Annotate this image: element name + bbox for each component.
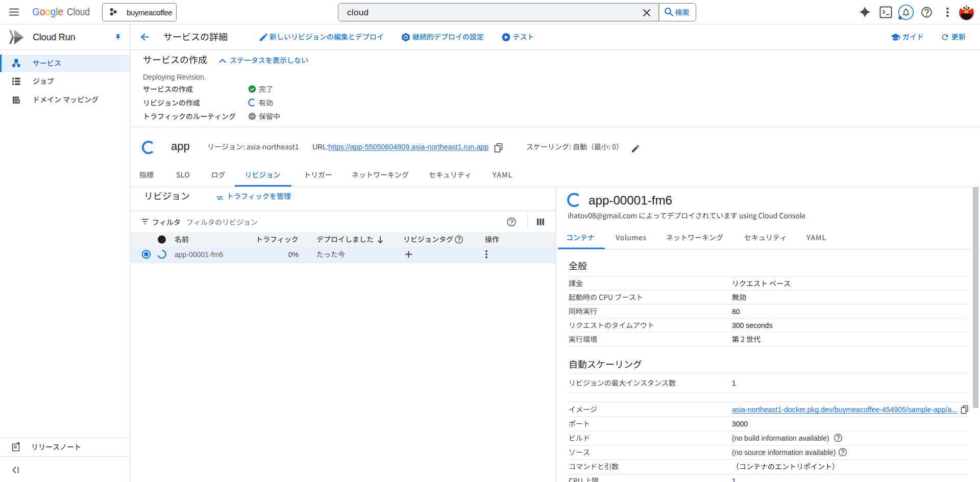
svg-text:https://app-55050604809.asia-n: https://app-55050604809.asia-northeast1.…: [328, 143, 488, 151]
svg-text:Cloud Run: Cloud Run: [33, 32, 75, 42]
svg-text:Deploying Revision.: Deploying Revision.: [143, 73, 206, 81]
svg-text:cloud: cloud: [347, 8, 369, 17]
svg-text:300 seconds: 300 seconds: [732, 321, 772, 329]
svg-text:URL:: URL:: [312, 143, 329, 151]
svg-text:1: 1: [732, 477, 736, 482]
svg-text:asia-northeast1-docker.pkg.dev: asia-northeast1-docker.pkg.dev/buymeacof…: [732, 405, 958, 414]
svg-text:3000: 3000: [732, 420, 748, 428]
svg-text:buymeacoffee: buymeacoffee: [127, 8, 172, 17]
svg-text:Google: Google: [32, 6, 63, 17]
svg-text:app-00001-fm6: app-00001-fm6: [175, 250, 223, 259]
svg-text:(no source information availab: (no source information available): [732, 448, 836, 456]
svg-text:1: 1: [732, 379, 736, 387]
svg-text:app-00001-fm6: app-00001-fm6: [589, 193, 672, 207]
svg-text:Cloud: Cloud: [67, 6, 90, 17]
svg-text:app: app: [171, 140, 190, 153]
svg-text:80: 80: [732, 308, 740, 316]
svg-text:0%: 0%: [288, 250, 299, 259]
svg-text:(no build information availabl: (no build information available): [732, 434, 829, 442]
